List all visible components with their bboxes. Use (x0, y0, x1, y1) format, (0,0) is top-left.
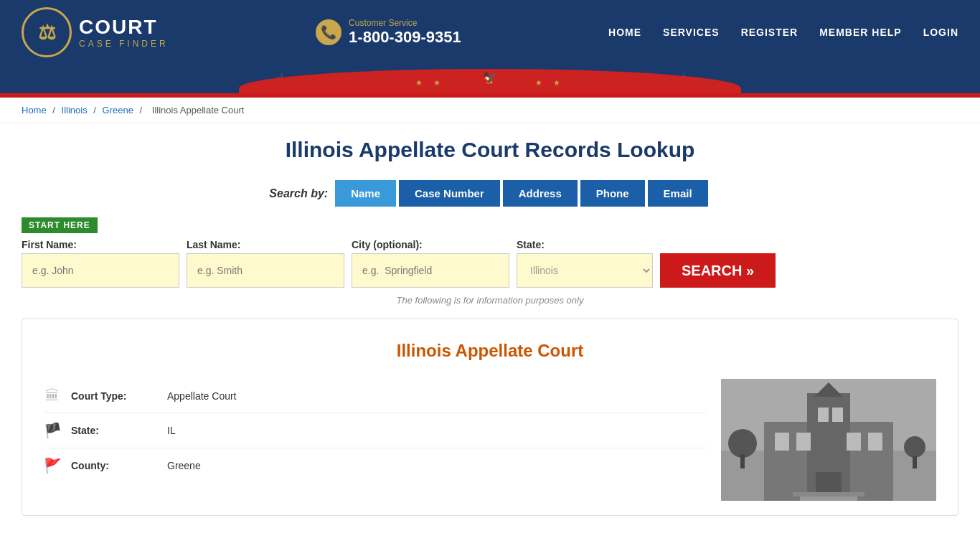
breadcrumb-sep3: / (140, 105, 145, 116)
svg-rect-17 (913, 456, 917, 468)
main-content: Illinois Appellate Court Records Lookup … (0, 123, 980, 530)
state-label-info: State: (71, 425, 157, 436)
breadcrumb-sep1: / (52, 105, 57, 116)
state-icon: 🏴 (44, 422, 61, 439)
svg-rect-12 (793, 492, 864, 496)
tab-name[interactable]: Name (335, 180, 396, 207)
tab-email[interactable]: Email (648, 180, 708, 207)
tab-address[interactable]: Address (503, 180, 578, 207)
last-name-group: Last Name: (187, 239, 344, 288)
logo-icon: ⚖ (22, 7, 72, 57)
header: ⚖ COURT CASE FINDER 📞 Customer Service 1… (0, 0, 980, 65)
info-box: Illinois Appellate Court 🏛 Court Type: A… (22, 319, 958, 516)
customer-service-phone: 1-800-309-9351 (349, 28, 461, 47)
svg-point-14 (728, 429, 757, 458)
info-box-title: Illinois Appellate Court (44, 341, 936, 361)
svg-rect-7 (847, 433, 861, 451)
last-name-input[interactable] (187, 253, 344, 288)
svg-rect-9 (818, 408, 829, 422)
court-type-value: Appellate Court (167, 390, 237, 402)
svg-rect-13 (800, 496, 857, 501)
header-wave: ★ ★ ★ ★ ★ ★ ★ ★ ★ 🦅 ★ ★ ★ ★ (0, 65, 980, 93)
svg-rect-10 (832, 408, 843, 422)
eagle-icon: 🦅 (483, 71, 497, 85)
customer-service: 📞 Customer Service 1-800-309-9351 (316, 18, 461, 47)
first-name-label: First Name: (22, 239, 179, 250)
last-name-label: Last Name: (187, 239, 344, 250)
logo-case-finder-label: CASE FINDER (79, 39, 169, 49)
state-select[interactable]: Illinois Alabama Alaska Arizona Arkansas… (517, 253, 653, 288)
county-value: Greene (167, 460, 201, 471)
nav-home[interactable]: HOME (608, 27, 641, 38)
svg-rect-15 (740, 454, 745, 468)
breadcrumb-sep2: / (93, 105, 98, 116)
main-nav: HOME SERVICES REGISTER MEMBER HELP LOGIN (608, 27, 958, 38)
state-label: State: (517, 239, 653, 250)
nav-login[interactable]: LOGIN (923, 27, 958, 38)
start-here-label: START HERE (22, 217, 98, 233)
breadcrumb-illinois[interactable]: Illinois (62, 105, 88, 116)
svg-point-16 (904, 436, 925, 458)
info-table: 🏛 Court Type: Appellate Court 🏴 State: I… (44, 379, 707, 501)
county-row: 🚩 County: Greene (44, 448, 707, 483)
phone-icon: 📞 (316, 19, 341, 45)
county-label: County: (71, 460, 157, 471)
svg-rect-5 (775, 433, 789, 451)
logo-court-label: COURT (79, 16, 169, 39)
search-by-row: Search by: Name Case Number Address Phon… (22, 180, 958, 207)
state-value: IL (167, 425, 176, 436)
logo-text: COURT CASE FINDER (79, 16, 169, 49)
nav-services[interactable]: SERVICES (663, 27, 720, 38)
tab-phone[interactable]: Phone (580, 180, 645, 207)
page-title: Illinois Appellate Court Records Lookup (22, 138, 958, 162)
court-building-image (721, 379, 936, 501)
state-row: 🏴 State: IL (44, 413, 707, 448)
customer-service-text: Customer Service 1-800-309-9351 (349, 18, 461, 47)
customer-service-label: Customer Service (349, 18, 461, 28)
state-group: State: Illinois Alabama Alaska Arizona A… (517, 239, 653, 288)
search-form: First Name: Last Name: City (optional): … (22, 239, 958, 288)
city-label: City (optional): (352, 239, 509, 250)
info-note: The following is for information purpose… (22, 295, 958, 306)
info-box-body: 🏛 Court Type: Appellate Court 🏴 State: I… (44, 379, 936, 501)
court-type-row: 🏛 Court Type: Appellate Court (44, 379, 707, 413)
county-icon: 🚩 (44, 457, 61, 474)
nav-member-help[interactable]: MEMBER HELP (819, 27, 901, 38)
first-name-group: First Name: (22, 239, 179, 288)
breadcrumb-home[interactable]: Home (22, 105, 47, 116)
search-by-label: Search by: (269, 187, 328, 200)
breadcrumb-greene[interactable]: Greene (103, 105, 133, 116)
start-here-badge: START HERE (22, 217, 958, 239)
logo-area: ⚖ COURT CASE FINDER (22, 7, 169, 57)
city-input[interactable] (352, 253, 509, 288)
tab-case-number[interactable]: Case Number (399, 180, 500, 207)
city-group: City (optional): (352, 239, 509, 288)
breadcrumb-current: Illinois Appellate Court (152, 105, 245, 116)
court-type-label: Court Type: (71, 390, 157, 402)
search-button[interactable]: SEARCH » (660, 253, 776, 288)
breadcrumb: Home / Illinois / Greene / Illinois Appe… (0, 98, 980, 123)
court-type-icon: 🏛 (44, 387, 61, 404)
svg-rect-8 (868, 433, 882, 451)
svg-rect-6 (796, 433, 811, 451)
first-name-input[interactable] (22, 253, 179, 288)
nav-register[interactable]: REGISTER (741, 27, 798, 38)
